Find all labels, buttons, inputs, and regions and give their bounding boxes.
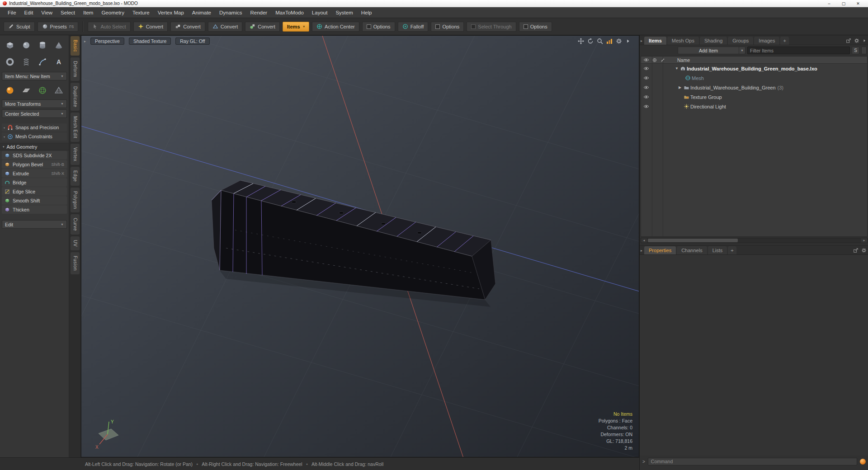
shading-mode-button[interactable]: Shaded Texture <box>129 38 171 45</box>
eye-icon[interactable] <box>643 104 650 108</box>
popout-icon[interactable] <box>846 38 851 43</box>
zoom-icon[interactable] <box>597 38 603 44</box>
scrollbar-thumb[interactable] <box>648 239 738 242</box>
eye-icon[interactable] <box>643 76 650 80</box>
menu-texture[interactable]: Texture <box>128 7 154 18</box>
cone-tool[interactable] <box>51 37 67 53</box>
menu-edit[interactable]: Edit <box>20 7 38 18</box>
name-column-header[interactable]: Name <box>677 57 690 63</box>
menu-file[interactable]: File <box>4 7 20 18</box>
collapse-arrow-icon[interactable]: ▶ <box>679 85 684 89</box>
menu-select[interactable]: Select <box>57 7 79 18</box>
add-tab-button[interactable]: + <box>728 246 736 254</box>
ground-plane-tool[interactable] <box>18 83 34 98</box>
more-transforms-dropdown[interactable]: More Transforms ▼ <box>2 99 67 108</box>
torus-tool[interactable] <box>2 53 18 70</box>
tab-properties[interactable]: Properties <box>644 246 676 254</box>
instance-tool[interactable] <box>2 83 18 98</box>
viewport-3d-canvas[interactable]: Y X <box>81 36 639 457</box>
snaps-precision-button[interactable]: ▾ Snaps and Precision <box>2 123 67 132</box>
filter-extra-button[interactable] <box>861 47 867 54</box>
curve-pen-tool[interactable] <box>34 53 51 70</box>
text-tool[interactable]: A <box>51 53 67 70</box>
select-through-button[interactable]: Select Through <box>467 22 516 32</box>
polygon-bevel-button[interactable]: Polygon Bevel Shift-B <box>2 160 67 169</box>
viewport-3d[interactable]: Y X ▸ Perspective Shaded Texture Ray GL:… <box>81 35 639 457</box>
falloff-options-button[interactable]: Options <box>431 22 464 32</box>
raygl-button[interactable]: Ray GL: Off <box>175 38 209 45</box>
center-selected-dropdown[interactable]: Center Selected ▼ <box>2 109 67 118</box>
sds-subdivide-button[interactable]: SDS Subdivide 2X <box>2 151 67 160</box>
tab-deform[interactable]: Deform <box>71 57 80 81</box>
wire-sphere-tool[interactable] <box>34 83 51 98</box>
close-button[interactable]: ✕ <box>851 0 865 7</box>
tree-horizontal-scrollbar[interactable]: ◂ ▸ <box>641 238 868 243</box>
scroll-left-arrow-icon[interactable]: ◂ <box>641 238 647 243</box>
camera-mode-button[interactable]: Perspective <box>90 38 124 45</box>
tab-fusion[interactable]: Fusion <box>71 252 80 274</box>
tab-mesh-ops[interactable]: Mesh Ops <box>667 37 699 45</box>
presets-button[interactable]: Presets F6 <box>38 22 79 32</box>
tab-shading[interactable]: Shading <box>700 37 727 45</box>
tab-uv[interactable]: UV <box>71 236 80 250</box>
tab-edge[interactable]: Edge <box>71 167 80 185</box>
menu-view[interactable]: View <box>37 7 57 18</box>
menu-animate[interactable]: Animate <box>188 7 215 18</box>
extrude-button[interactable]: Extrude Shift-X <box>2 169 67 178</box>
performance-icon[interactable] <box>606 38 613 44</box>
gear-icon[interactable] <box>861 248 867 253</box>
tree-row-warehouse-group[interactable]: ▶ Industrial_Warehouse_Building_Green (3… <box>641 83 867 92</box>
convert-button-4[interactable]: Convert <box>245 22 280 32</box>
scrollbar-track[interactable] <box>647 238 861 243</box>
menu-layout[interactable]: Layout <box>308 7 332 18</box>
tree-row-texture-group[interactable]: Texture Group <box>641 92 867 102</box>
tree-row-mesh[interactable]: Mesh <box>641 73 867 83</box>
auto-select-button[interactable]: Auto Select <box>88 22 130 32</box>
sort-button[interactable]: S <box>852 47 859 54</box>
bridge-button[interactable]: Bridge <box>2 178 67 187</box>
gear-icon[interactable] <box>616 38 622 44</box>
cube-tool[interactable] <box>2 37 18 53</box>
menu-render[interactable]: Render <box>246 7 271 18</box>
command-status-icon[interactable] <box>860 459 866 465</box>
menu-help[interactable]: Help <box>357 7 376 18</box>
maximize-button[interactable]: ▢ <box>836 0 851 7</box>
tab-channels[interactable]: Channels <box>677 246 707 254</box>
tab-items[interactable]: Items <box>644 37 666 45</box>
menu-vertex-map[interactable]: Vertex Map <box>154 7 188 18</box>
add-tab-button[interactable]: + <box>780 37 788 45</box>
visibility-column-eye-icon[interactable] <box>643 58 650 62</box>
tab-images[interactable]: Images <box>754 37 779 45</box>
convert-button-2[interactable]: Convert <box>170 22 205 32</box>
action-center-options-button[interactable]: Options <box>362 22 395 32</box>
tree-row-scene-root[interactable]: ▼ Industrial_Warehouse_Building_Green_mo… <box>641 64 867 73</box>
menu-maxtomodo[interactable]: MaxToModo <box>271 7 308 18</box>
pan-icon[interactable] <box>578 38 584 44</box>
add-geometry-section-header[interactable]: ▾ Add Geometry <box>0 143 69 150</box>
tree-row-directional-light[interactable]: Directional Light <box>641 102 867 111</box>
render-column-icon[interactable] <box>652 58 657 62</box>
edit-dropdown[interactable]: Edit ▼ <box>2 220 67 229</box>
menu-geometry[interactable]: Geometry <box>97 7 128 18</box>
panel-collapse-arrow-icon[interactable]: ▸ <box>641 249 642 253</box>
menu-system[interactable]: System <box>331 7 357 18</box>
tab-curve[interactable]: Curve <box>71 214 80 235</box>
eye-icon[interactable] <box>643 85 650 89</box>
tab-vertex[interactable]: Vertex <box>71 144 80 165</box>
smooth-shift-button[interactable]: Smooth Shift <box>2 196 67 205</box>
thicken-button[interactable]: Thicken <box>2 205 67 214</box>
items-mode-button[interactable]: Items ▾ <box>283 22 309 32</box>
popout-icon[interactable] <box>853 248 859 253</box>
edge-slice-button[interactable]: Edge Slice <box>2 187 67 196</box>
rotate-icon[interactable] <box>587 38 594 44</box>
arrow-right-icon[interactable] <box>625 38 631 44</box>
filter-items-input[interactable] <box>747 47 850 54</box>
sculpt-button[interactable]: Sculpt <box>4 22 35 32</box>
coil-tool[interactable] <box>18 53 34 70</box>
tab-duplicate[interactable]: Duplicate <box>71 83 80 111</box>
eye-icon[interactable] <box>643 95 650 99</box>
arrow-right-icon[interactable] <box>862 38 867 43</box>
triangle-mesh-tool[interactable] <box>51 83 67 98</box>
command-input[interactable] <box>648 458 857 465</box>
sphere-tool[interactable] <box>18 37 34 53</box>
